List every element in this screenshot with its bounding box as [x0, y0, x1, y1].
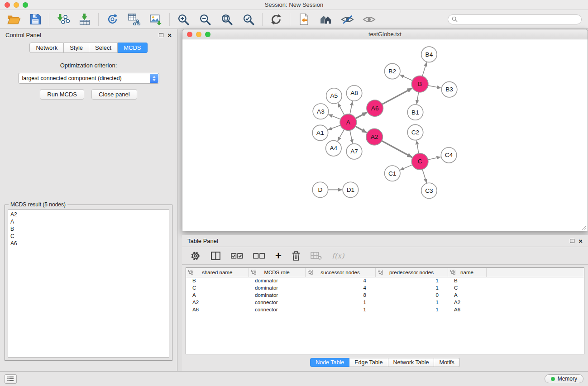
result-item[interactable]: A2	[10, 211, 167, 218]
resize-grip-icon[interactable]	[581, 225, 587, 230]
result-item[interactable]: C	[10, 233, 167, 240]
tab-mcds[interactable]: MCDS	[118, 43, 147, 53]
network-edge[interactable]	[350, 130, 353, 143]
delete-table-button[interactable]	[311, 249, 322, 262]
tab-edge-table[interactable]: Edge Table	[349, 358, 388, 367]
tab-motifs[interactable]: Motifs	[434, 358, 459, 367]
table-cell[interactable]: B	[186, 277, 249, 284]
network-node-B[interactable]: B	[411, 76, 428, 92]
panel-menu-button[interactable]	[5, 374, 17, 384]
tab-node-table[interactable]: Node Table	[310, 358, 349, 367]
network-edge[interactable]	[328, 114, 340, 119]
network-edge[interactable]	[416, 92, 418, 105]
network-edge[interactable]	[422, 169, 426, 183]
table-cell[interactable]: dominator	[249, 284, 305, 291]
session-file-button[interactable]	[296, 12, 311, 27]
network-edge[interactable]	[400, 75, 412, 81]
network-edge[interactable]	[338, 129, 344, 141]
table-row[interactable]: A2connector11A2	[186, 299, 584, 306]
network-node-D[interactable]: D	[312, 182, 328, 197]
network-node-A4[interactable]: A4	[326, 141, 342, 156]
open-file-button[interactable]	[6, 12, 21, 27]
table-cell[interactable]: B	[448, 277, 486, 284]
table-cell[interactable]: A6	[448, 306, 486, 313]
table-cell[interactable]: C	[186, 284, 249, 291]
node-table[interactable]: shared nameMCDS rolesuccessor nodesprede…	[186, 267, 584, 354]
table-cell[interactable]: A2	[448, 299, 486, 306]
show-columns-button[interactable]	[210, 249, 221, 262]
table-row[interactable]: Bdominator41B	[186, 277, 584, 284]
tab-select[interactable]: Select	[89, 43, 118, 53]
table-row[interactable]: Cdominator41C	[186, 284, 584, 291]
first-neighbors-button[interactable]	[318, 12, 333, 27]
search-field[interactable]	[448, 14, 582, 24]
search-input[interactable]	[460, 16, 578, 23]
table-cell[interactable]: dominator	[249, 277, 305, 284]
float-table-panel-button[interactable]	[570, 239, 574, 243]
zoom-selected-button[interactable]	[241, 12, 256, 27]
network-node-B3[interactable]: B3	[441, 82, 457, 97]
network-node-B1[interactable]: B1	[407, 105, 423, 120]
memory-button[interactable]: Memory	[545, 374, 583, 383]
table-cell[interactable]: connector	[249, 299, 305, 306]
network-from-table-button[interactable]	[127, 12, 141, 27]
table-cell[interactable]: 8	[305, 291, 375, 299]
result-item[interactable]: A	[10, 218, 167, 225]
network-node-A6[interactable]: A6	[367, 100, 383, 116]
network-node-A7[interactable]: A7	[346, 144, 362, 159]
result-item[interactable]: B	[10, 225, 167, 233]
network-edge[interactable]	[382, 141, 412, 157]
network-node-A2[interactable]: A2	[366, 129, 383, 145]
table-cell[interactable]: 4	[305, 284, 375, 291]
table-cell[interactable]: 1	[375, 284, 448, 291]
network-node-C3[interactable]: C3	[421, 183, 437, 198]
network-edge[interactable]	[428, 86, 441, 88]
tab-network[interactable]: Network	[29, 43, 64, 53]
float-panel-button[interactable]	[159, 33, 163, 37]
network-edge[interactable]	[422, 62, 427, 76]
tab-style[interactable]: Style	[64, 43, 89, 53]
delete-column-button[interactable]	[292, 249, 301, 262]
table-settings-button[interactable]	[190, 249, 201, 262]
table-cell[interactable]: 0	[375, 291, 448, 299]
zoom-out-button[interactable]	[198, 12, 212, 27]
close-panel-button[interactable]: ×	[167, 32, 172, 38]
column-header-name[interactable]: name	[448, 268, 486, 277]
import-table-file-button[interactable]	[77, 12, 92, 27]
tab-network-table[interactable]: Network Table	[388, 358, 435, 367]
column-header-mcds-role[interactable]: MCDS role	[249, 268, 305, 277]
table-row[interactable]: Adominator80A	[186, 291, 584, 299]
add-column-button[interactable]: +	[275, 249, 282, 262]
table-cell[interactable]: 1	[375, 277, 448, 284]
network-node-C4[interactable]: C4	[441, 148, 457, 163]
column-header-successor-nodes[interactable]: successor nodes	[305, 268, 375, 277]
new-network-button[interactable]	[105, 12, 120, 27]
table-cell[interactable]: A6	[186, 306, 249, 313]
run-mcds-button[interactable]: Run MCDS	[40, 89, 84, 100]
save-session-button[interactable]	[28, 12, 43, 27]
table-cell[interactable]: 1	[305, 306, 375, 313]
network-edge[interactable]	[338, 103, 344, 115]
network-node-C2[interactable]: C2	[407, 124, 423, 140]
table-cell[interactable]: A	[448, 291, 486, 299]
network-edge[interactable]	[400, 165, 412, 170]
mcds-result-list[interactable]: A2ABCA6	[8, 210, 169, 357]
close-mcds-panel-button[interactable]: Close panel	[91, 89, 137, 100]
network-node-A1[interactable]: A1	[312, 125, 328, 140]
table-cell[interactable]: connector	[249, 306, 305, 313]
export-image-button[interactable]	[148, 12, 163, 27]
network-node-A[interactable]: A	[340, 114, 357, 130]
zoom-fit-button[interactable]	[220, 12, 234, 27]
network-edge[interactable]	[328, 125, 341, 130]
table-cell[interactable]: C	[448, 284, 486, 291]
network-edge[interactable]	[355, 112, 367, 119]
network-edge[interactable]	[416, 140, 419, 153]
table-cell[interactable]: dominator	[249, 291, 305, 299]
refresh-layout-button[interactable]	[269, 12, 283, 27]
table-cell[interactable]: 1	[375, 299, 448, 306]
network-node-A5[interactable]: A5	[326, 88, 342, 104]
result-item[interactable]: A6	[10, 240, 167, 247]
criterion-select[interactable]: largest connected component (directed)	[18, 73, 159, 84]
deselect-all-button[interactable]	[253, 249, 265, 262]
network-edge[interactable]	[355, 126, 367, 133]
